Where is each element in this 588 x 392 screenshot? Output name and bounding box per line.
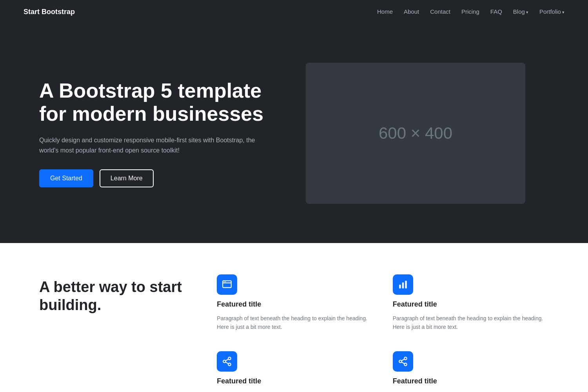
nav-pricing[interactable]: Pricing [461, 8, 479, 15]
feature-item-4: Featured title Paragraph of text beneath… [393, 351, 549, 392]
feature-title-1: Featured title [217, 300, 373, 309]
svg-line-16 [401, 359, 404, 361]
nav-links: Home About Contact Pricing FAQ Blog Port… [377, 8, 564, 15]
nav-home[interactable]: Home [377, 8, 393, 15]
hero-subtitle: Quickly design and customize responsive … [39, 135, 274, 155]
feature-title-3: Featured title [217, 377, 373, 385]
svg-point-8 [223, 360, 226, 363]
svg-rect-5 [402, 283, 403, 289]
svg-point-12 [404, 357, 407, 360]
share-icon-1 [222, 356, 232, 367]
get-started-button[interactable]: Get Started [39, 169, 93, 187]
chart-icon [398, 279, 408, 290]
feature-title-4: Featured title [393, 377, 549, 385]
features-grid: A better way to start building. Featured… [39, 274, 549, 392]
nav-contact[interactable]: Contact [430, 8, 450, 15]
feature-item-3: Featured title Paragraph of text beneath… [217, 351, 373, 392]
window-icon [222, 279, 232, 290]
svg-point-3 [225, 281, 226, 282]
feature-desc-2: Paragraph of text beneath the heading to… [393, 314, 549, 332]
nav-faq[interactable]: FAQ [490, 8, 502, 15]
svg-point-7 [229, 357, 231, 360]
nav-blog[interactable]: Blog [513, 8, 528, 15]
feature-item-1: Featured title Paragraph of text beneath… [217, 274, 373, 332]
feature-icon-3 [217, 351, 237, 372]
share-icon-2 [398, 356, 408, 367]
feature-item-2: Featured title Paragraph of text beneath… [393, 274, 549, 332]
hero-buttons: Get Started Learn More [39, 169, 274, 187]
feature-icon-1 [217, 274, 237, 295]
nav-about[interactable]: About [404, 8, 419, 15]
svg-rect-4 [399, 285, 401, 289]
feature-title-2: Featured title [393, 300, 549, 309]
nav-portfolio[interactable]: Portfolio [539, 8, 564, 15]
hero-section: A Bootstrap 5 template for modern busine… [0, 24, 588, 243]
hero-title: A Bootstrap 5 template for modern busine… [39, 79, 274, 126]
nav-brand[interactable]: Start Bootstrap [24, 8, 75, 16]
hero-image-placeholder: 600 × 400 [306, 63, 525, 204]
learn-more-button[interactable]: Learn More [100, 169, 154, 187]
svg-line-15 [401, 362, 404, 363]
image-placeholder-text: 600 × 400 [379, 124, 452, 143]
navbar: Start Bootstrap Home About Contact Prici… [0, 0, 588, 24]
svg-point-9 [229, 363, 231, 366]
svg-rect-6 [405, 281, 407, 289]
hero-image: 600 × 400 [306, 63, 525, 204]
svg-point-14 [404, 363, 407, 366]
features-items: Featured title Paragraph of text beneath… [217, 274, 549, 392]
svg-point-13 [399, 360, 402, 363]
hero-content: A Bootstrap 5 template for modern busine… [39, 79, 274, 188]
svg-point-2 [224, 281, 225, 282]
svg-line-11 [226, 359, 229, 361]
feature-icon-2 [393, 274, 413, 295]
svg-line-10 [226, 362, 229, 363]
features-heading: A better way to start building. [39, 274, 193, 314]
feature-icon-4 [393, 351, 413, 372]
feature-desc-1: Paragraph of text beneath the heading to… [217, 314, 373, 332]
features-section: A better way to start building. Featured… [0, 243, 588, 392]
